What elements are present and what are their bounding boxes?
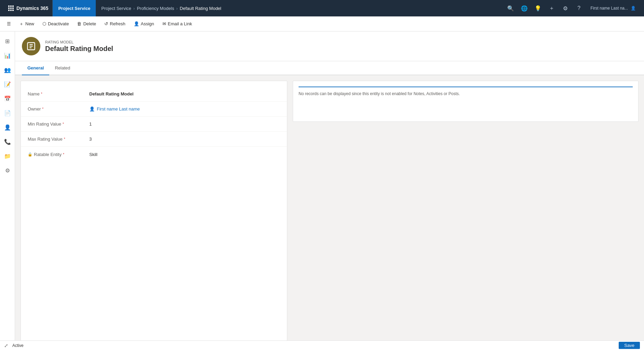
globe-icon[interactable]: 🌐 bbox=[518, 2, 530, 14]
field-ratable-entity: 🔒 Ratable Entity * Skill bbox=[21, 147, 287, 162]
sidenav-chart-icon[interactable]: 📊 bbox=[1, 49, 14, 62]
breadcrumb: Project Service › Proficiency Models › D… bbox=[96, 6, 227, 11]
sidenav-invoice-icon[interactable]: 📄 bbox=[1, 106, 14, 120]
brand-label: Dynamics 365 bbox=[16, 5, 48, 11]
settings-icon[interactable]: ⚙ bbox=[559, 2, 571, 14]
value-name: Default Rating Model bbox=[89, 91, 280, 96]
save-button[interactable]: Save bbox=[619, 342, 640, 349]
delete-icon: 🗑 bbox=[77, 21, 81, 26]
sidenav-contacts-icon[interactable]: 📞 bbox=[1, 135, 14, 148]
label-owner: Owner * bbox=[28, 106, 89, 112]
refresh-button[interactable]: ↺ Refresh bbox=[100, 16, 130, 31]
grid-icon bbox=[8, 5, 14, 11]
required-indicator: * bbox=[41, 92, 42, 96]
sidenav-settings-icon[interactable]: ⚙ bbox=[1, 164, 14, 177]
module-label[interactable]: Project Service bbox=[53, 0, 96, 16]
record-type: RATING MODEL bbox=[45, 40, 113, 44]
sidenav-notes-icon[interactable]: 📝 bbox=[1, 77, 14, 91]
sidenav-people-icon[interactable]: 👥 bbox=[1, 63, 14, 77]
label-max-rating: Max Rating Value * bbox=[28, 137, 89, 142]
main-content: RATING MODEL Default Rating Model Genera… bbox=[15, 31, 644, 350]
value-owner[interactable]: 👤 First name Last name bbox=[89, 106, 280, 112]
deactivate-button[interactable]: ⬡ Deactivate bbox=[38, 16, 73, 31]
required-indicator-owner: * bbox=[42, 107, 43, 111]
user-name: First name Last na... bbox=[591, 6, 628, 11]
breadcrumb-proficiency-models[interactable]: Proficiency Models bbox=[137, 6, 174, 11]
email-icon: ✉ bbox=[162, 21, 166, 26]
value-ratable-entity: Skill bbox=[89, 152, 280, 157]
tab-related[interactable]: Related bbox=[49, 61, 76, 75]
right-panel-message: No records can be displayed since this e… bbox=[299, 91, 460, 96]
value-min-rating: 1 bbox=[89, 121, 280, 127]
field-owner: Owner * 👤 First name Last name bbox=[21, 102, 287, 117]
status-badge: Active bbox=[12, 343, 24, 348]
form-section: Name * Default Rating Model Owner * 👤 bbox=[21, 81, 287, 341]
right-panel: No records can be displayed since this e… bbox=[293, 81, 639, 122]
main-layout: ⊞ 📊 👥 📝 📅 📄 👤 📞 📁 ⚙ RATING MODEL Default… bbox=[0, 31, 644, 350]
required-indicator-max: * bbox=[64, 137, 65, 141]
lock-icon: 🔒 bbox=[28, 152, 32, 157]
label-name: Name * bbox=[28, 91, 89, 96]
assign-button[interactable]: 👤 Assign bbox=[130, 16, 158, 31]
delete-button[interactable]: 🗑 Delete bbox=[73, 16, 100, 31]
sidenav-person-icon[interactable]: 👤 bbox=[1, 120, 14, 134]
label-ratable-entity: 🔒 Ratable Entity * bbox=[28, 152, 89, 157]
sidenav-home-icon[interactable]: ⊞ bbox=[1, 34, 14, 48]
record-tabs: General Related bbox=[15, 61, 644, 75]
assign-icon: 👤 bbox=[134, 21, 139, 26]
status-bar: ⤢ Active Save bbox=[0, 340, 644, 350]
sidenav-folder-icon[interactable]: 📁 bbox=[1, 149, 14, 163]
tab-general[interactable]: General bbox=[22, 61, 49, 75]
command-bar: ☰ ＋ New ⬡ Deactivate 🗑 Delete ↺ Refresh … bbox=[0, 16, 644, 31]
deactivate-icon: ⬡ bbox=[42, 21, 46, 26]
search-icon[interactable]: 🔍 bbox=[504, 2, 517, 14]
email-link-button[interactable]: ✉ Email a Link bbox=[158, 16, 196, 31]
brand-logo[interactable]: Dynamics 365 bbox=[4, 0, 53, 16]
top-navigation: Dynamics 365 Project Service Project Ser… bbox=[0, 0, 644, 16]
label-min-rating: Min Rating Value * bbox=[28, 121, 89, 127]
value-max-rating: 3 bbox=[89, 137, 280, 142]
expand-icon[interactable]: ⤢ bbox=[4, 343, 8, 348]
hamburger-icon: ☰ bbox=[7, 21, 11, 26]
breadcrumb-sep-1: › bbox=[133, 6, 135, 11]
record-header: RATING MODEL Default Rating Model bbox=[15, 31, 644, 61]
help-icon[interactable]: ? bbox=[573, 2, 585, 14]
user-profile[interactable]: First name Last na... 👤 bbox=[587, 6, 640, 11]
hamburger-button[interactable]: ☰ bbox=[3, 16, 15, 31]
side-navigation: ⊞ 📊 👥 📝 📅 📄 👤 📞 📁 ⚙ bbox=[0, 31, 15, 350]
new-button[interactable]: ＋ New bbox=[15, 16, 38, 31]
record-info: RATING MODEL Default Rating Model bbox=[45, 40, 113, 53]
user-avatar-icon: 👤 bbox=[631, 6, 636, 11]
required-indicator-min: * bbox=[63, 122, 64, 126]
breadcrumb-sep-2: › bbox=[176, 6, 178, 11]
refresh-icon: ↺ bbox=[104, 21, 108, 26]
record-name: Default Rating Model bbox=[45, 45, 113, 53]
field-max-rating: Max Rating Value * 3 bbox=[21, 132, 287, 147]
content-area: Name * Default Rating Model Owner * 👤 bbox=[15, 75, 644, 350]
owner-user-icon: 👤 bbox=[89, 106, 95, 112]
top-nav-right: 🔍 🌐 💡 ＋ ⚙ ? First name Last na... 👤 bbox=[504, 2, 640, 14]
bell-icon[interactable]: 💡 bbox=[532, 2, 544, 14]
breadcrumb-current: Default Rating Model bbox=[180, 6, 221, 11]
field-name: Name * Default Rating Model bbox=[21, 87, 287, 102]
plus-icon[interactable]: ＋ bbox=[546, 2, 558, 14]
record-avatar bbox=[22, 37, 40, 55]
new-icon: ＋ bbox=[19, 21, 24, 27]
status-bar-right: Save bbox=[619, 342, 640, 349]
breadcrumb-project-service[interactable]: Project Service bbox=[101, 6, 131, 11]
right-panel-divider bbox=[299, 87, 633, 87]
sidenav-calendar-icon[interactable]: 📅 bbox=[1, 92, 14, 105]
required-indicator-entity: * bbox=[63, 153, 64, 156]
field-min-rating: Min Rating Value * 1 bbox=[21, 117, 287, 132]
